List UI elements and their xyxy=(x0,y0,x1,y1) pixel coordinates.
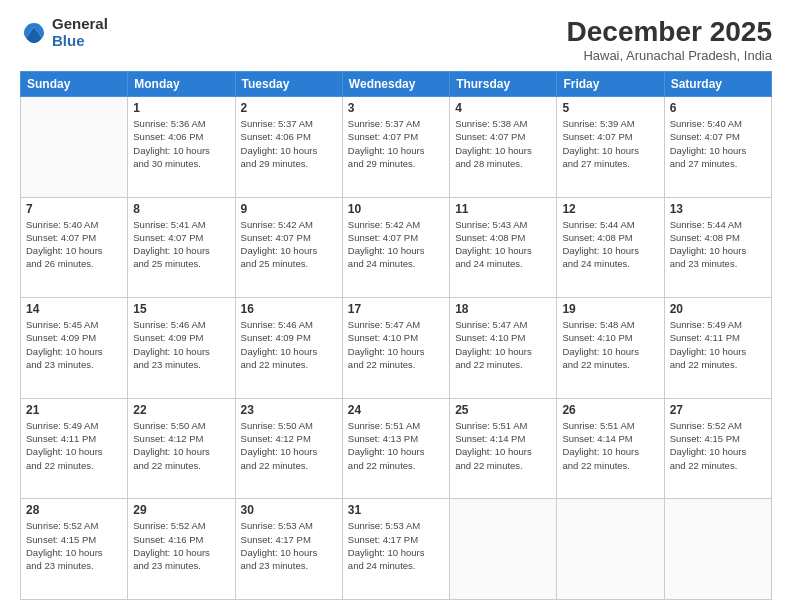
calendar-cell: 1Sunrise: 5:36 AM Sunset: 4:06 PM Daylig… xyxy=(128,97,235,198)
day-number: 5 xyxy=(562,101,658,115)
cell-info: Sunrise: 5:40 AM Sunset: 4:07 PM Dayligh… xyxy=(26,218,122,271)
day-number: 1 xyxy=(133,101,229,115)
header-sunday: Sunday xyxy=(21,72,128,97)
calendar-cell: 21Sunrise: 5:49 AM Sunset: 4:11 PM Dayli… xyxy=(21,398,128,499)
day-number: 11 xyxy=(455,202,551,216)
cell-info: Sunrise: 5:52 AM Sunset: 4:15 PM Dayligh… xyxy=(26,519,122,572)
calendar-cell xyxy=(21,97,128,198)
cell-info: Sunrise: 5:53 AM Sunset: 4:17 PM Dayligh… xyxy=(241,519,337,572)
calendar-cell: 17Sunrise: 5:47 AM Sunset: 4:10 PM Dayli… xyxy=(342,298,449,399)
week-row-1: 7Sunrise: 5:40 AM Sunset: 4:07 PM Daylig… xyxy=(21,197,772,298)
calendar-cell: 6Sunrise: 5:40 AM Sunset: 4:07 PM Daylig… xyxy=(664,97,771,198)
week-row-3: 21Sunrise: 5:49 AM Sunset: 4:11 PM Dayli… xyxy=(21,398,772,499)
day-number: 17 xyxy=(348,302,444,316)
location: Hawai, Arunachal Pradesh, India xyxy=(567,48,772,63)
cell-info: Sunrise: 5:42 AM Sunset: 4:07 PM Dayligh… xyxy=(241,218,337,271)
calendar-cell: 10Sunrise: 5:42 AM Sunset: 4:07 PM Dayli… xyxy=(342,197,449,298)
day-number: 4 xyxy=(455,101,551,115)
cell-info: Sunrise: 5:39 AM Sunset: 4:07 PM Dayligh… xyxy=(562,117,658,170)
calendar-cell: 3Sunrise: 5:37 AM Sunset: 4:07 PM Daylig… xyxy=(342,97,449,198)
cell-info: Sunrise: 5:47 AM Sunset: 4:10 PM Dayligh… xyxy=(455,318,551,371)
page: General Blue December 2025 Hawai, Arunac… xyxy=(0,0,792,612)
header: General Blue December 2025 Hawai, Arunac… xyxy=(20,16,772,63)
cell-info: Sunrise: 5:51 AM Sunset: 4:13 PM Dayligh… xyxy=(348,419,444,472)
cell-info: Sunrise: 5:50 AM Sunset: 4:12 PM Dayligh… xyxy=(241,419,337,472)
header-tuesday: Tuesday xyxy=(235,72,342,97)
month-title: December 2025 xyxy=(567,16,772,48)
day-number: 24 xyxy=(348,403,444,417)
cell-info: Sunrise: 5:40 AM Sunset: 4:07 PM Dayligh… xyxy=(670,117,766,170)
calendar-table: SundayMondayTuesdayWednesdayThursdayFrid… xyxy=(20,71,772,600)
day-number: 21 xyxy=(26,403,122,417)
day-number: 18 xyxy=(455,302,551,316)
calendar-cell: 24Sunrise: 5:51 AM Sunset: 4:13 PM Dayli… xyxy=(342,398,449,499)
calendar-cell: 28Sunrise: 5:52 AM Sunset: 4:15 PM Dayli… xyxy=(21,499,128,600)
title-block: December 2025 Hawai, Arunachal Pradesh, … xyxy=(567,16,772,63)
day-number: 16 xyxy=(241,302,337,316)
header-wednesday: Wednesday xyxy=(342,72,449,97)
cell-info: Sunrise: 5:48 AM Sunset: 4:10 PM Dayligh… xyxy=(562,318,658,371)
day-number: 10 xyxy=(348,202,444,216)
calendar-cell: 29Sunrise: 5:52 AM Sunset: 4:16 PM Dayli… xyxy=(128,499,235,600)
day-number: 19 xyxy=(562,302,658,316)
week-row-0: 1Sunrise: 5:36 AM Sunset: 4:06 PM Daylig… xyxy=(21,97,772,198)
cell-info: Sunrise: 5:38 AM Sunset: 4:07 PM Dayligh… xyxy=(455,117,551,170)
calendar-cell: 26Sunrise: 5:51 AM Sunset: 4:14 PM Dayli… xyxy=(557,398,664,499)
day-number: 8 xyxy=(133,202,229,216)
calendar-cell: 14Sunrise: 5:45 AM Sunset: 4:09 PM Dayli… xyxy=(21,298,128,399)
calendar-cell: 13Sunrise: 5:44 AM Sunset: 4:08 PM Dayli… xyxy=(664,197,771,298)
cell-info: Sunrise: 5:49 AM Sunset: 4:11 PM Dayligh… xyxy=(670,318,766,371)
header-thursday: Thursday xyxy=(450,72,557,97)
day-number: 31 xyxy=(348,503,444,517)
day-number: 23 xyxy=(241,403,337,417)
day-number: 12 xyxy=(562,202,658,216)
calendar-cell: 12Sunrise: 5:44 AM Sunset: 4:08 PM Dayli… xyxy=(557,197,664,298)
day-number: 3 xyxy=(348,101,444,115)
cell-info: Sunrise: 5:44 AM Sunset: 4:08 PM Dayligh… xyxy=(562,218,658,271)
header-friday: Friday xyxy=(557,72,664,97)
cell-info: Sunrise: 5:46 AM Sunset: 4:09 PM Dayligh… xyxy=(133,318,229,371)
cell-info: Sunrise: 5:37 AM Sunset: 4:07 PM Dayligh… xyxy=(348,117,444,170)
calendar-cell: 30Sunrise: 5:53 AM Sunset: 4:17 PM Dayli… xyxy=(235,499,342,600)
cell-info: Sunrise: 5:43 AM Sunset: 4:08 PM Dayligh… xyxy=(455,218,551,271)
cell-info: Sunrise: 5:41 AM Sunset: 4:07 PM Dayligh… xyxy=(133,218,229,271)
calendar-cell: 20Sunrise: 5:49 AM Sunset: 4:11 PM Dayli… xyxy=(664,298,771,399)
day-number: 6 xyxy=(670,101,766,115)
cell-info: Sunrise: 5:49 AM Sunset: 4:11 PM Dayligh… xyxy=(26,419,122,472)
calendar-header-row: SundayMondayTuesdayWednesdayThursdayFrid… xyxy=(21,72,772,97)
calendar-cell: 19Sunrise: 5:48 AM Sunset: 4:10 PM Dayli… xyxy=(557,298,664,399)
cell-info: Sunrise: 5:52 AM Sunset: 4:16 PM Dayligh… xyxy=(133,519,229,572)
day-number: 13 xyxy=(670,202,766,216)
cell-info: Sunrise: 5:46 AM Sunset: 4:09 PM Dayligh… xyxy=(241,318,337,371)
cell-info: Sunrise: 5:50 AM Sunset: 4:12 PM Dayligh… xyxy=(133,419,229,472)
day-number: 26 xyxy=(562,403,658,417)
cell-info: Sunrise: 5:51 AM Sunset: 4:14 PM Dayligh… xyxy=(562,419,658,472)
day-number: 7 xyxy=(26,202,122,216)
day-number: 25 xyxy=(455,403,551,417)
calendar-cell: 4Sunrise: 5:38 AM Sunset: 4:07 PM Daylig… xyxy=(450,97,557,198)
logo-general: General xyxy=(52,15,108,32)
cell-info: Sunrise: 5:44 AM Sunset: 4:08 PM Dayligh… xyxy=(670,218,766,271)
cell-info: Sunrise: 5:51 AM Sunset: 4:14 PM Dayligh… xyxy=(455,419,551,472)
cell-info: Sunrise: 5:45 AM Sunset: 4:09 PM Dayligh… xyxy=(26,318,122,371)
logo-icon xyxy=(20,19,48,47)
cell-info: Sunrise: 5:53 AM Sunset: 4:17 PM Dayligh… xyxy=(348,519,444,572)
day-number: 29 xyxy=(133,503,229,517)
calendar-cell: 27Sunrise: 5:52 AM Sunset: 4:15 PM Dayli… xyxy=(664,398,771,499)
logo-text: General Blue xyxy=(52,16,108,49)
day-number: 2 xyxy=(241,101,337,115)
day-number: 14 xyxy=(26,302,122,316)
calendar-cell: 23Sunrise: 5:50 AM Sunset: 4:12 PM Dayli… xyxy=(235,398,342,499)
cell-info: Sunrise: 5:47 AM Sunset: 4:10 PM Dayligh… xyxy=(348,318,444,371)
calendar-cell: 7Sunrise: 5:40 AM Sunset: 4:07 PM Daylig… xyxy=(21,197,128,298)
calendar-cell xyxy=(664,499,771,600)
calendar-cell: 2Sunrise: 5:37 AM Sunset: 4:06 PM Daylig… xyxy=(235,97,342,198)
cell-info: Sunrise: 5:37 AM Sunset: 4:06 PM Dayligh… xyxy=(241,117,337,170)
day-number: 9 xyxy=(241,202,337,216)
week-row-2: 14Sunrise: 5:45 AM Sunset: 4:09 PM Dayli… xyxy=(21,298,772,399)
week-row-4: 28Sunrise: 5:52 AM Sunset: 4:15 PM Dayli… xyxy=(21,499,772,600)
calendar-cell xyxy=(557,499,664,600)
calendar-cell: 15Sunrise: 5:46 AM Sunset: 4:09 PM Dayli… xyxy=(128,298,235,399)
calendar-cell: 11Sunrise: 5:43 AM Sunset: 4:08 PM Dayli… xyxy=(450,197,557,298)
cell-info: Sunrise: 5:52 AM Sunset: 4:15 PM Dayligh… xyxy=(670,419,766,472)
